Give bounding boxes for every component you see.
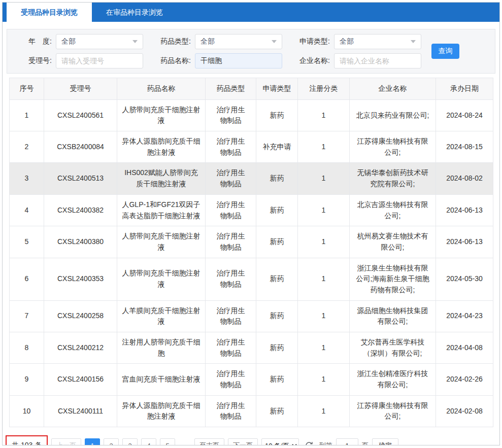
cell-reg-class: 1 — [298, 364, 350, 395]
cell-reg-class: 1 — [298, 163, 350, 194]
cell-acceptance-no: CXSL2400258 — [44, 300, 117, 332]
table-header-row: 序号受理号药品名称药品类型申请类型注册分类企业名称承办日期 — [10, 78, 493, 100]
cell-index: 8 — [10, 332, 44, 364]
company-filter: 企业名称: — [291, 53, 421, 68]
acceptance-no-label: 受理号: — [13, 56, 52, 65]
cell-accept-date: 2024-02-08 — [436, 395, 493, 427]
cell-accept-date: 2024-08-15 — [436, 131, 493, 163]
cell-drug-name: 宫血间充质干细胞注射液 — [117, 364, 206, 395]
table-row[interactable]: 5CXSL2400380人脐带间充质干细胞注射液治疗用生物制品新药1杭州易文赛生… — [10, 226, 493, 258]
cell-company: 北京吉源生物科技有限公司; — [350, 194, 436, 226]
cell-apply-type: 新药 — [256, 395, 298, 427]
cell-drug-name: 注射用人脐带间充质干细胞 — [117, 332, 206, 364]
drug-name-label: 药品名称: — [152, 56, 191, 65]
apply-type-select-value: 全部 — [340, 37, 354, 46]
drug-type-select[interactable]: 全部 — [195, 34, 282, 49]
cell-accept-date: 2024-08-24 — [436, 99, 493, 131]
table-row[interactable]: 9CXSL2400156宫血间充质干细胞注射液治疗用生物制品新药1浙江生创精准医… — [10, 364, 493, 395]
cell-apply-type: 新药 — [256, 332, 298, 364]
page-button-3[interactable]: 3 — [122, 438, 138, 445]
cell-accept-date: 2024-05-30 — [436, 258, 493, 300]
cell-index: 10 — [10, 395, 44, 427]
cell-drug-type: 治疗用生物制品 — [206, 395, 256, 427]
drug-type-label: 药品类型: — [152, 37, 191, 46]
search-button[interactable]: 查询 — [431, 44, 459, 59]
prev-page-button[interactable]: 上一页 — [51, 438, 81, 445]
cell-reg-class: 1 — [298, 395, 350, 427]
table-row[interactable]: 4CXSL2400382人GLP-1和FGF21双因子高表达脂肪干细胞注射液治疗… — [10, 194, 493, 226]
cell-drug-type: 治疗用生物制品 — [206, 258, 256, 300]
cell-acceptance-no: CXSL2400156 — [44, 364, 117, 395]
pagination-bar: 共 103 条 上一页 12345 ... 至末页 下一页 10 条/页 到第 … — [6, 435, 493, 445]
column-header-apply-type: 申请类型 — [256, 78, 298, 100]
last-page-button[interactable]: 至末页 — [194, 438, 224, 445]
cell-drug-name: 人脐带间充质干细胞注射液 — [117, 99, 206, 131]
cell-company: 浙江生创精准医疗科技有限公司; — [350, 364, 436, 395]
table-row[interactable]: 3CXSL2400513IHS002赋能人脐带间充质干细胞注射液治疗用生物制品新… — [10, 163, 493, 194]
cell-company: 艾尔普再生医学科技（深圳）有限公司; — [350, 332, 436, 364]
confirm-button[interactable]: 确定 — [372, 438, 398, 445]
cell-reg-class: 1 — [298, 226, 350, 258]
page-container: 受理品种目录浏览 在审品种目录浏览 年 度: 全部 药品类型: 全部 — [2, 2, 500, 445]
page-button-2[interactable]: 2 — [104, 438, 119, 445]
column-header-accept-date: 承办日期 — [436, 78, 493, 100]
page-button-4[interactable]: 4 — [141, 438, 156, 445]
table-row[interactable]: 8CXSL2400212注射用人脐带间充质干细胞治疗用生物制品新药1艾尔普再生医… — [10, 332, 493, 364]
results-table: 序号受理号药品名称药品类型申请类型注册分类企业名称承办日期 1CXSL24005… — [9, 78, 493, 427]
cell-apply-type: 新药 — [256, 258, 298, 300]
goto-page-input[interactable] — [336, 438, 358, 445]
apply-type-label: 申请类型: — [291, 37, 330, 46]
cell-accept-date: 2024-04-23 — [436, 300, 493, 332]
cell-reg-class: 1 — [298, 332, 350, 364]
cell-company: 江苏得康生物科技有限公司; — [350, 395, 436, 427]
cell-reg-class: 1 — [298, 194, 350, 226]
cell-index: 4 — [10, 194, 44, 226]
cell-drug-type: 治疗用生物制品 — [206, 99, 256, 131]
acceptance-no-input[interactable] — [56, 53, 143, 68]
table-row[interactable]: 7CXSL2400258人羊膜间充质干细胞注射液治疗用生物制品新药1源品细胞生物… — [10, 300, 493, 332]
cell-apply-type: 补充申请 — [256, 131, 298, 163]
next-page-button[interactable]: 下一页 — [228, 438, 258, 445]
table-row[interactable]: 2CXSB2400084异体人源脂肪间充质干细胞注射液治疗用生物制品补充申请1江… — [10, 131, 493, 163]
cell-acceptance-no: CXSL2400382 — [44, 194, 117, 226]
chevron-down-icon — [272, 40, 277, 43]
table-body: 1CXSL2400561人脐带间充质干细胞注射液治疗用生物制品新药1北京贝来药业… — [10, 99, 493, 427]
page-size-select[interactable]: 10 条/页 — [261, 438, 299, 445]
table-row[interactable]: 1CXSL2400561人脐带间充质干细胞注射液治疗用生物制品新药1北京贝来药业… — [10, 99, 493, 131]
cell-acceptance-no: CXSL2400380 — [44, 226, 117, 258]
drug-name-input[interactable] — [195, 53, 282, 68]
acceptance-no-filter: 受理号: — [13, 53, 143, 68]
page-button-5[interactable]: 5 — [160, 438, 175, 445]
cell-company: 杭州易文赛生物技术有限公司; — [350, 226, 436, 258]
cell-reg-class: 1 — [298, 258, 350, 300]
drug-type-select-value: 全部 — [200, 37, 215, 46]
apply-type-select[interactable]: 全部 — [334, 34, 421, 49]
cell-apply-type: 新药 — [256, 194, 298, 226]
drug-type-filter: 药品类型: 全部 — [152, 34, 282, 49]
tab-under-review-catalog[interactable]: 在审品种目录浏览 — [92, 3, 177, 22]
tab-accepted-catalog[interactable]: 受理品种目录浏览 — [7, 3, 92, 22]
cell-acceptance-no: CXSL2400212 — [44, 332, 117, 364]
cell-index: 6 — [10, 258, 44, 300]
year-select-value: 全部 — [61, 37, 76, 46]
year-select[interactable]: 全部 — [56, 34, 143, 49]
cell-acceptance-no: CXSB2400084 — [44, 131, 117, 163]
page-button-1[interactable]: 1 — [85, 438, 100, 445]
cell-drug-type: 治疗用生物制品 — [206, 332, 256, 364]
apply-type-filter: 申请类型: 全部 — [291, 34, 421, 49]
filter-row-1: 年 度: 全部 药品类型: 全部 申请类型: 全部 — [13, 34, 421, 49]
company-input[interactable] — [334, 53, 421, 68]
cell-accept-date: 2024-02-26 — [436, 364, 493, 395]
cell-drug-name: 人脐带间充质干细胞注射液 — [117, 226, 206, 258]
table-row[interactable]: 6CXSL2400353人脐带间充质干细胞注射液治疗用生物制品新药1浙江泉生生物… — [10, 258, 493, 300]
chevron-down-icon — [411, 40, 416, 43]
table-row[interactable]: 10CXSL2400111异体人源脂肪间充质干细胞注射液治疗用生物制品新药1江苏… — [10, 395, 493, 427]
cell-drug-name: 人羊膜间充质干细胞注射液 — [117, 300, 206, 332]
year-label: 年 度: — [13, 37, 52, 46]
cell-acceptance-no: CXSL2400513 — [44, 163, 117, 194]
refresh-icon[interactable] — [305, 441, 314, 445]
cell-index: 1 — [10, 99, 44, 131]
cell-reg-class: 1 — [298, 99, 350, 131]
cell-drug-type: 治疗用生物制品 — [206, 194, 256, 226]
cell-drug-type: 治疗用生物制品 — [206, 163, 256, 194]
